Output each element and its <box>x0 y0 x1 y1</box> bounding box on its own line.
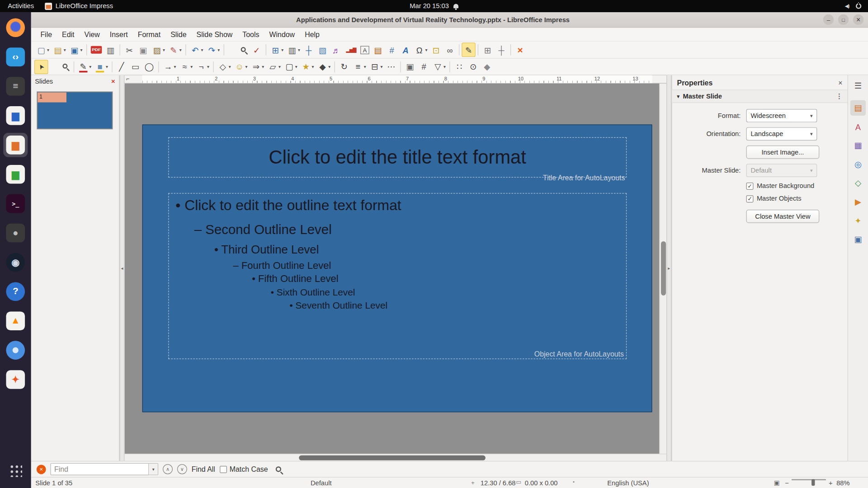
redo-icon[interactable]: ↷ <box>205 42 222 57</box>
insert-line-icon[interactable]: ╱ <box>115 60 129 74</box>
crop-icon[interactable]: # <box>417 60 431 74</box>
menu-window[interactable]: Window <box>264 28 300 40</box>
dock-libreoffice-impress[interactable]: ▆ <box>3 133 28 157</box>
callouts-icon[interactable]: ▢ <box>283 60 299 74</box>
spelling-icon[interactable]: ✓ <box>250 42 264 57</box>
shapes-deck-icon[interactable]: ◇ <box>850 175 866 191</box>
menu-file[interactable]: File <box>35 28 57 40</box>
menu-slide[interactable]: Slide <box>165 28 191 40</box>
menu-slide-show[interactable]: Slide Show <box>192 28 238 40</box>
header-footer-icon[interactable]: ▤ <box>371 42 385 57</box>
save-icon[interactable]: ▣ <box>67 42 84 57</box>
close-find-bar-icon[interactable] <box>37 465 46 474</box>
master-slide[interactable]: Click to edit the title text format Titl… <box>142 125 652 413</box>
zoom-slider-track[interactable] <box>792 479 826 480</box>
left-splitter[interactable] <box>119 75 124 461</box>
close-button[interactable] <box>853 14 863 25</box>
fill-color-icon[interactable]: ■ <box>93 60 110 74</box>
edit-points-icon[interactable]: ∷ <box>453 60 467 74</box>
extrusion-icon[interactable]: ◆ <box>480 60 494 74</box>
zoom-out-button[interactable] <box>785 479 789 487</box>
maximize-button[interactable] <box>838 14 849 25</box>
vertical-scrollbar[interactable] <box>659 84 666 454</box>
close-preview-icon[interactable]: × <box>513 42 527 57</box>
find-next-icon[interactable] <box>177 464 187 474</box>
dock-vscode[interactable]: ‹› <box>3 45 28 69</box>
new-document-icon[interactable]: ▢ <box>34 42 51 57</box>
print-icon[interactable]: ▥ <box>104 42 118 57</box>
activities-button[interactable]: Activities <box>8 2 34 10</box>
system-tray-menu[interactable]: ◀) <box>845 3 862 9</box>
navigator-deck-icon[interactable]: ◎ <box>850 157 866 172</box>
match-case-checkbox[interactable]: Match Case <box>220 465 268 473</box>
show-draw-functions-icon[interactable]: ✎ <box>462 42 476 57</box>
dock-chromium[interactable] <box>3 338 28 362</box>
filter-icon[interactable]: ▽ <box>431 60 448 74</box>
orientation-select[interactable]: Landscape <box>746 127 817 141</box>
focused-app-menu[interactable]: LibreOffice Impress <box>45 2 113 10</box>
section-more-options-icon[interactable] <box>836 92 843 100</box>
undo-icon[interactable]: ↶ <box>188 42 205 57</box>
styles-deck-icon[interactable]: A <box>850 119 866 134</box>
vertical-scrollbar-thumb[interactable] <box>661 241 666 296</box>
menu-view[interactable]: View <box>80 28 105 40</box>
master-objects-checkbox[interactable]: Master Objects <box>746 195 840 202</box>
symbol-shapes-icon[interactable]: ☺ <box>232 60 249 74</box>
select-tool-icon[interactable]: ➤ <box>34 60 48 74</box>
section-expander-icon[interactable] <box>677 94 680 99</box>
block-arrows-icon[interactable]: ⇒ <box>249 60 266 74</box>
connectors-icon[interactable]: ¬ <box>194 60 211 74</box>
find-previous-icon[interactable] <box>163 464 173 474</box>
horizontal-scrollbar-thumb[interactable] <box>299 455 486 460</box>
export-pdf-icon[interactable]: PDF <box>89 42 104 57</box>
dock-terminal[interactable]: >_ <box>3 192 28 216</box>
basic-shapes-icon[interactable]: ◇ <box>216 60 233 74</box>
align-icon[interactable]: ≡ <box>351 60 368 74</box>
line-color-icon[interactable]: ✎ <box>76 60 93 74</box>
title-placeholder[interactable]: Click to edit the title text format Titl… <box>168 137 627 178</box>
properties-deck-icon[interactable]: ▤ <box>850 100 866 116</box>
tab-selector-icon[interactable] <box>126 76 129 82</box>
dock-libreoffice-calc[interactable]: ▆ <box>3 162 28 187</box>
clock-menu[interactable]: Mar 20 15:03 <box>410 2 458 10</box>
paste-icon[interactable]: ▨ <box>150 42 167 57</box>
gallery-deck-icon[interactable]: ▦ <box>850 138 866 153</box>
sidebar-settings-icon[interactable]: ☰ <box>850 78 866 94</box>
dock-cheese[interactable]: ● <box>3 221 28 245</box>
zoom-slider-thumb[interactable] <box>811 479 815 486</box>
dock-vlc[interactable]: ▲ <box>3 309 28 333</box>
ellipse-icon[interactable]: ◯ <box>142 60 156 74</box>
insert-table-icon[interactable]: ⊞ <box>269 42 285 57</box>
3d-objects-icon[interactable]: ◆ <box>316 60 332 74</box>
shadow-icon[interactable]: ▣ <box>403 60 417 74</box>
find-history-dropdown-icon[interactable] <box>149 463 158 475</box>
insert-slide-field-icon[interactable]: # <box>385 42 399 57</box>
zoom-in-button[interactable] <box>829 479 833 487</box>
helplines-icon[interactable]: ┼ <box>302 42 316 57</box>
window-titlebar[interactable]: Applications and Development of Virtual … <box>31 12 868 28</box>
lines-arrows-icon[interactable]: → <box>161 60 178 74</box>
dock-software-center[interactable]: ✦ <box>3 367 28 392</box>
rotate-icon[interactable]: ↻ <box>337 60 351 74</box>
arrange-icon[interactable]: ⊟ <box>368 60 384 74</box>
menu-format[interactable]: Format <box>133 28 165 40</box>
insert-comment-icon[interactable]: ⊡ <box>429 42 443 57</box>
dock-help[interactable]: ? <box>3 279 28 304</box>
open-icon[interactable]: ▤ <box>51 42 68 57</box>
format-select[interactable]: Widescreen <box>746 109 817 122</box>
slide-editing-area[interactable]: Click to edit the title text format Titl… <box>125 84 660 454</box>
cut-icon[interactable]: ✂ <box>123 42 137 57</box>
find-input[interactable] <box>50 463 149 475</box>
special-character-icon[interactable]: Ω <box>412 42 429 57</box>
insert-image-icon[interactable]: ▧ <box>316 42 330 57</box>
language-selector[interactable]: English (USA) <box>607 479 649 487</box>
display-views-icon[interactable]: ▥ <box>285 42 302 57</box>
insert-text-box-icon[interactable]: A <box>359 42 371 57</box>
animation-deck-icon[interactable]: ✦ <box>850 213 866 228</box>
stars-banners-icon[interactable]: ★ <box>299 60 316 74</box>
fit-slide-icon[interactable] <box>774 479 780 486</box>
menu-help[interactable]: Help <box>300 28 325 40</box>
close-master-view-button[interactable]: Close Master View <box>746 210 820 223</box>
slide-template-label[interactable]: Default <box>311 479 332 487</box>
horizontal-scrollbar[interactable] <box>125 454 667 461</box>
